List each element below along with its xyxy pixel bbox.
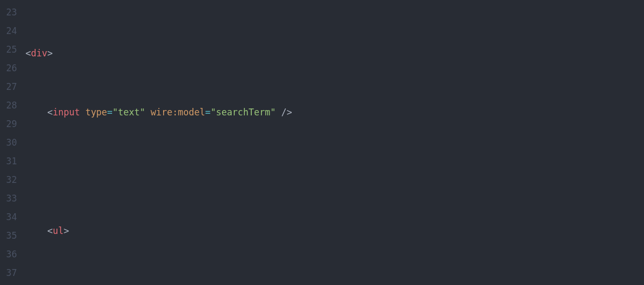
token-quote: " (140, 107, 145, 118)
token-tag: ul (53, 225, 63, 236)
token-attr: type (86, 107, 107, 118)
token-punct: / (281, 107, 286, 118)
code-line[interactable]: @foreach($users as $user) (26, 281, 644, 286)
token-space (145, 107, 150, 118)
line-number: 32 (0, 171, 17, 189)
token-string: searchTerm (216, 107, 270, 118)
code-line[interactable]: <ul> (26, 222, 644, 240)
code-editor[interactable]: <div> <input type="text" wire:model="sea… (26, 0, 644, 285)
token-punct: > (47, 48, 53, 58)
token-attr: wire:model (151, 107, 205, 118)
line-number: 34 (0, 208, 17, 227)
token-punct: < (47, 107, 53, 118)
token-punct: > (287, 107, 292, 118)
line-number: 23 (0, 3, 17, 22)
token-space (80, 107, 85, 118)
token-punct: < (26, 48, 31, 58)
line-number-gutter: 23 24 25 26 27 28 29 30 31 32 33 34 35 3… (0, 0, 26, 285)
token-tag: div (31, 48, 47, 58)
token-quote: " (113, 107, 118, 118)
line-number: 29 (0, 115, 17, 133)
code-line[interactable] (26, 163, 644, 181)
line-number: 36 (0, 245, 17, 264)
line-number: 37 (0, 264, 17, 282)
token-tag: input (53, 107, 80, 118)
line-number: 31 (0, 152, 17, 171)
token-op: = (205, 107, 210, 118)
code-line[interactable]: <input type="text" wire:model="searchTer… (26, 103, 644, 122)
line-number: 24 (0, 22, 17, 40)
line-number: 28 (0, 96, 17, 115)
line-number: 35 (0, 227, 17, 245)
line-number: 25 (0, 40, 17, 59)
token-punct: > (64, 225, 69, 236)
token-quote: " (270, 107, 276, 118)
token-string: text (118, 107, 140, 118)
token-op: = (107, 107, 113, 118)
line-number: 33 (0, 189, 17, 208)
token-quote: " (210, 107, 216, 118)
line-number: 26 (0, 59, 17, 78)
token-space (276, 107, 281, 118)
token-punct: < (47, 225, 53, 236)
line-number: 30 (0, 133, 17, 152)
code-line[interactable]: <div> (26, 44, 644, 63)
line-number: 27 (0, 78, 17, 96)
